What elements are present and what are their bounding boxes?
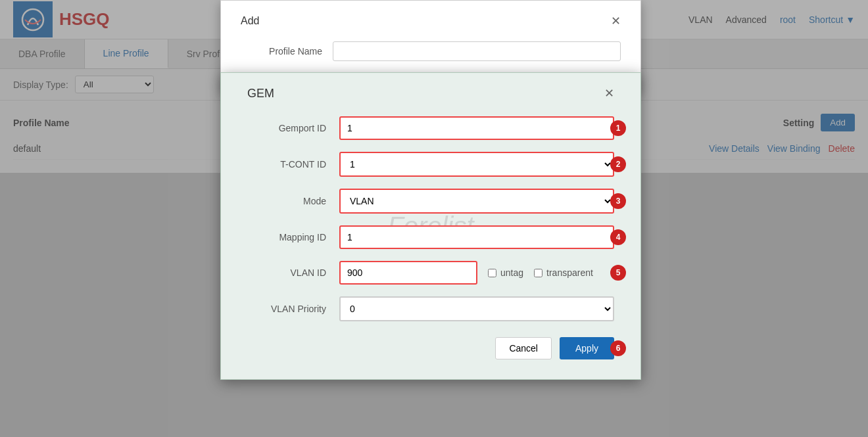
step-badge-3: 3: [610, 193, 626, 209]
gem-title: GEM: [247, 87, 274, 101]
add-dialog-title: Add: [241, 15, 259, 27]
untag-checkbox[interactable]: [488, 269, 496, 277]
cancel-button[interactable]: Cancel: [495, 337, 552, 359]
transparent-group: transparent: [534, 267, 593, 278]
step-badge-6: 6: [610, 340, 626, 356]
mapping-id-input[interactable]: [339, 225, 614, 249]
gemport-id-input[interactable]: [339, 116, 614, 140]
gem-footer: Cancel Apply 6: [247, 337, 614, 359]
vlan-id-row: VLAN ID untag transparent 5: [247, 261, 614, 285]
step-badge-4: 4: [610, 229, 626, 245]
add-dialog-close[interactable]: ✕: [611, 14, 621, 28]
mapping-id-row: Mapping ID 4: [247, 225, 614, 249]
gemport-id-label: Gemport ID: [247, 123, 339, 133]
transparent-checkbox[interactable]: [534, 269, 542, 277]
vlan-row: untag transparent: [339, 261, 614, 285]
vlan-priority-row: VLAN Priority 0 1 2 3 4 5 6 7: [247, 296, 614, 321]
gemport-id-row: Gemport ID 1: [247, 116, 614, 140]
mode-label: Mode: [247, 196, 339, 206]
add-dialog-title-bar: Add ✕: [241, 14, 621, 28]
profile-name-input[interactable]: [333, 41, 621, 61]
step-badge-1: 1: [610, 120, 626, 136]
step-badge-2: 2: [610, 156, 626, 172]
mode-row: Mode VLAN TLS Transparent 3: [247, 189, 614, 214]
gem-close-button[interactable]: ✕: [604, 86, 614, 101]
gem-dialog: Forelist GEM ✕ Gemport ID 1 T-CONT ID 1 …: [220, 72, 641, 380]
tcont-id-select[interactable]: 1 2 3: [339, 152, 614, 177]
vlan-id-input[interactable]: [339, 261, 477, 285]
profile-name-row: Profile Name: [241, 41, 621, 61]
tcont-id-label: T-CONT ID: [247, 159, 339, 170]
transparent-label: transparent: [546, 267, 593, 278]
mapping-id-label: Mapping ID: [247, 232, 339, 242]
vlan-id-label: VLAN ID: [247, 267, 339, 278]
untag-label: untag: [500, 267, 523, 278]
mode-select[interactable]: VLAN TLS Transparent: [339, 189, 614, 214]
gem-title-bar: GEM ✕: [247, 86, 614, 101]
step-badge-5: 5: [610, 265, 626, 281]
apply-button[interactable]: Apply: [560, 337, 614, 359]
untag-group: untag: [488, 267, 523, 278]
profile-name-label: Profile Name: [241, 46, 333, 57]
vlan-priority-select[interactable]: 0 1 2 3 4 5 6 7: [339, 296, 614, 321]
tcont-id-row: T-CONT ID 1 2 3 2: [247, 152, 614, 177]
vlan-priority-label: VLAN Priority: [247, 304, 339, 314]
